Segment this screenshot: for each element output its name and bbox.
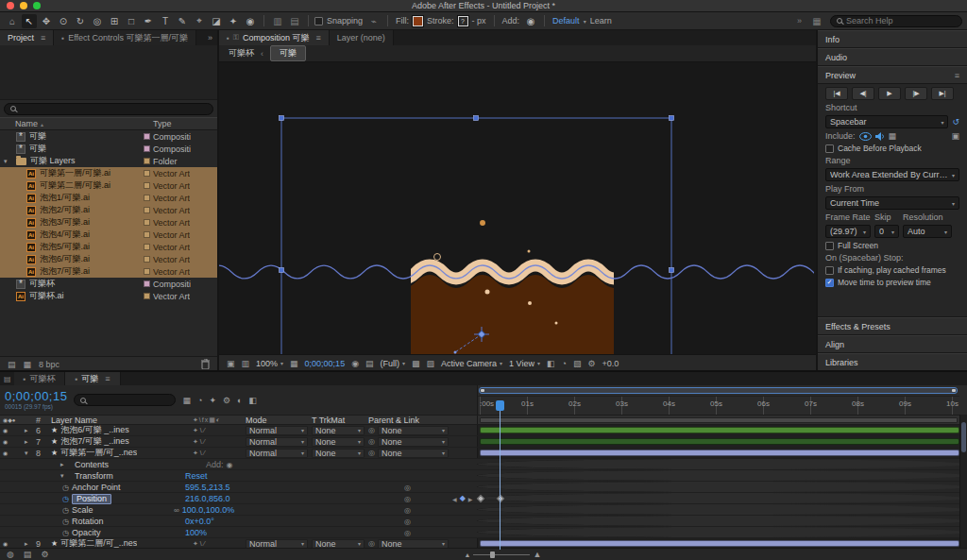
stopwatch-icon-active[interactable]: ◷ [62,495,69,503]
preview-resolution-dropdown[interactable]: Auto▾ [903,225,952,238]
expand-arrow-icon[interactable]: ▸ [25,540,36,548]
parent-dropdown[interactable]: None▾ [378,437,449,447]
zoom-window-button[interactable] [33,2,41,9]
selection-tool-icon[interactable]: ↖ [22,14,37,28]
pen-tool-icon[interactable]: ✒ [141,14,156,28]
zoom-out-mountain-icon[interactable]: ▲ [464,552,470,558]
table-row[interactable]: Ai泡泡2/可樂.aiVector Art [0,204,217,216]
video-eye-icon[interactable]: ◉ [3,450,8,456]
blend-mode-dropdown[interactable]: Normal▾ [246,437,308,447]
property-row[interactable]: ◷Rotation 0x+0.0° ◎ [0,516,967,527]
workspace-selector[interactable]: Default [552,16,580,25]
close-window-button[interactable] [7,2,14,9]
scale-value[interactable]: 100.0,100.0% [182,505,235,515]
table-row[interactable]: *可樂杯Compositi [0,278,217,290]
cache-before-playback-checkbox[interactable] [825,144,834,153]
playhead-line[interactable] [500,411,500,550]
add-icon[interactable]: ◉ [523,14,538,28]
grid-guides-icon[interactable]: ▦ [290,359,298,368]
play-button[interactable]: ▶ [878,87,901,100]
brush-tool-icon[interactable]: ✎ [175,14,190,28]
reset-shortcut-icon[interactable]: ↺ [952,117,959,127]
camera-tool-icon[interactable]: ◎ [90,14,105,28]
audio-panel-header[interactable]: Audio [818,48,967,66]
show-snapshot-icon[interactable]: ▤ [365,359,374,368]
property-pickwhip-icon[interactable]: ◎ [404,495,411,503]
table-row[interactable]: *可樂Compositi [0,130,217,143]
table-row[interactable]: Ai可樂第二層/可樂.aiVector Art [0,179,217,192]
lock-icon[interactable]: ⚿ [233,33,239,42]
footage-interpret-icon[interactable]: ▦ [24,360,32,369]
panel-menu-icon[interactable]: ≡ [315,33,320,42]
zoom-in-mountain-icon[interactable]: ▲ [533,550,541,559]
label-chip[interactable] [144,145,150,152]
timeline-search-field[interactable] [74,394,176,406]
parent-link-header[interactable]: Parent & Link [368,416,449,425]
property-group-row[interactable]: ▸Contents Add:◉ [0,459,967,470]
playhead-handle[interactable] [496,400,504,411]
property-pickwhip-icon[interactable]: ◎ [404,529,411,537]
scrollbar-thumb[interactable] [961,422,966,452]
breadcrumb-parent[interactable]: 可樂杯 [229,47,254,59]
frame-blending-icon[interactable]: ⚙ [223,396,230,405]
preview-panel-header[interactable]: Preview≡ [818,66,967,84]
layer-switches[interactable]: ✦\⁄ [193,540,246,548]
next-frame-button[interactable]: |▶ [905,87,927,100]
trkmat-header[interactable]: T TrkMat [312,416,368,425]
parent-dropdown[interactable]: None▾ [378,539,449,549]
tab-layer[interactable]: Layer (none) [330,30,394,45]
trkmat-dropdown[interactable]: None▾ [312,437,365,447]
work-area-bar[interactable] [480,417,958,423]
parent-dropdown[interactable]: None▾ [378,449,449,458]
previous-keyframe-icon[interactable]: ◀ [452,496,457,502]
layer-name-header[interactable]: Layer Name [51,416,193,425]
parent-dropdown[interactable]: None▾ [378,426,449,435]
time-ruler[interactable]: :00s 01s 02s 03s 04s 05s 06s 07s 08s 09s… [478,396,959,415]
skip-dropdown[interactable]: 0▾ [874,225,899,238]
eraser-tool-icon[interactable]: ◪ [209,14,224,28]
layer-track[interactable] [477,425,967,435]
stopwatch-icon[interactable]: ◷ [62,518,69,526]
composition-viewport[interactable] [219,62,816,354]
column-header-type[interactable]: Type [144,119,213,128]
project-flowchart-icon[interactable]: ▤ [8,360,16,369]
fast-previews-icon[interactable]: ◔ [562,359,567,368]
table-row[interactable]: Ai可樂第一層/可樂.aiVector Art [0,167,217,179]
panel-menu-icon[interactable]: ≡ [955,71,959,80]
tab-overflow-icon[interactable]: » [203,30,217,45]
video-eye-icon[interactable]: ◉ [3,427,8,433]
learn-workspace[interactable]: Learn [590,16,612,25]
shape-tool-icon[interactable]: □ [124,14,139,28]
rotation-value[interactable]: 0x+0.0° [185,517,214,526]
include-overlays-icon[interactable]: ▦ [889,131,897,141]
graph-editor-icon[interactable]: ◧ [248,396,257,405]
expand-arrow-icon[interactable]: ▸ [25,427,36,434]
layer-duration-bar[interactable] [480,438,959,445]
stroke-width[interactable]: - px [472,16,486,25]
expand-inout-icon[interactable]: ⚙ [41,550,48,559]
property-pickwhip-icon[interactable]: ◎ [404,506,411,515]
table-row[interactable]: Ai泡泡3/可樂.aiVector Art [0,216,217,229]
exposure-value[interactable]: +0.0 [602,359,619,368]
layer-duration-bar[interactable] [480,540,959,547]
layer-row[interactable]: ◉ ▸ 9 ★可樂第二層/可_..nes ✦\⁄ Normal▾ None▾ ◎… [0,538,967,548]
label-chip[interactable] [144,170,150,177]
label-chip[interactable] [144,133,150,140]
collapse-arrow-icon[interactable]: ▾ [60,472,72,480]
layer-switches[interactable]: ✦\⁄ [193,450,246,457]
timeline-button-icon[interactable]: ▧ [573,359,582,368]
tab-timeline-cola[interactable]: ▪可樂≡ [65,372,120,385]
property-group-row[interactable]: ▾Transform Reset [0,470,967,482]
current-timecode[interactable]: 0;00;00;15 [5,390,67,402]
stroke-color-swatch[interactable]: ? [458,16,468,26]
property-pickwhip-icon[interactable]: ◎ [404,484,411,492]
table-row[interactable]: Ai泡泡5/可樂.aiVector Art [0,241,217,253]
pan-behind-tool-icon[interactable]: ⊞ [107,14,122,28]
fill-color-swatch[interactable] [413,16,423,26]
frame-rate-dropdown[interactable]: (29.97)▾ [825,225,871,238]
workspace-overflow-icon[interactable]: » [797,16,802,25]
color-depth-indicator[interactable]: 8 bpc [39,360,59,369]
trkmat-dropdown[interactable]: None▾ [312,426,365,435]
export-preview-icon[interactable]: ▣ [951,131,959,141]
tab-project[interactable]: Project ≡ [0,30,54,45]
